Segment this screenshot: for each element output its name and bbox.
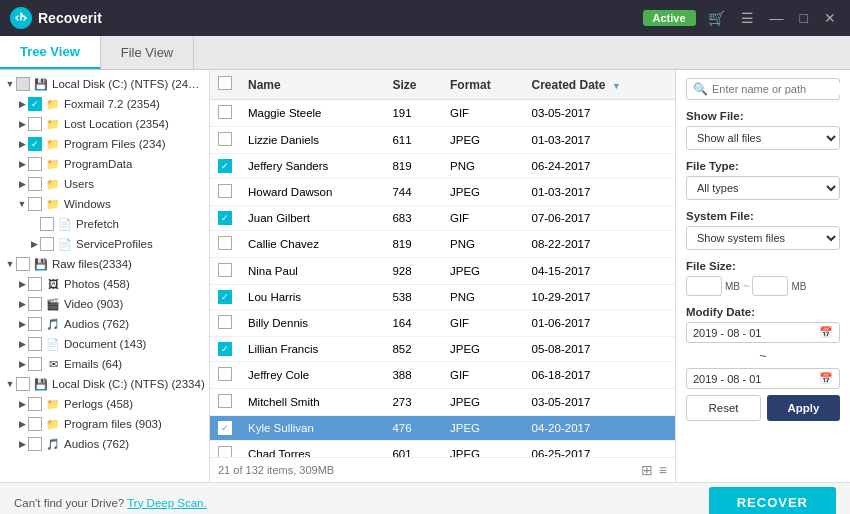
tree-check-local-c2[interactable] <box>16 377 30 391</box>
tree-arrow-emails[interactable]: ▶ <box>16 359 28 369</box>
tree-item-programfiles2[interactable]: ▶📁Program files (903) <box>0 414 209 434</box>
file-check-0[interactable] <box>218 105 232 119</box>
file-check-4[interactable]: ✓ <box>218 211 232 225</box>
tree-arrow-perlogs[interactable]: ▶ <box>16 399 28 409</box>
file-check-3[interactable] <box>218 184 232 198</box>
tree-arrow-foxmail[interactable]: ▶ <box>16 99 28 109</box>
tree-arrow-video[interactable]: ▶ <box>16 299 28 309</box>
file-check-10[interactable] <box>218 367 232 381</box>
recover-button[interactable]: RECOVER <box>709 487 836 514</box>
close-button[interactable]: ✕ <box>820 10 840 26</box>
tree-check-lostloc[interactable] <box>28 117 42 131</box>
header-format[interactable]: Format <box>442 70 524 100</box>
tab-file-view[interactable]: File View <box>101 36 195 69</box>
header-created[interactable]: Created Date ▼ <box>524 70 676 100</box>
tree-item-lostloc[interactable]: ▶📁Lost Location (2354) <box>0 114 209 134</box>
maximize-button[interactable]: □ <box>796 10 812 26</box>
tree-item-foxmail[interactable]: ▶✓📁Foxmail 7.2 (2354) <box>0 94 209 114</box>
tree-arrow-programfiles[interactable]: ▶ <box>16 139 28 149</box>
menu-icon[interactable]: ☰ <box>737 10 758 26</box>
tree-check-programdata[interactable] <box>28 157 42 171</box>
file-check-12[interactable]: ✓ <box>218 421 232 435</box>
header-size[interactable]: Size <box>384 70 442 100</box>
file-check-11[interactable] <box>218 394 232 408</box>
tree-item-audios2[interactable]: ▶🎵Audios (762) <box>0 434 209 454</box>
select-all-check[interactable] <box>218 76 232 90</box>
table-row[interactable]: Mitchell Smith273JPEG03-05-2017 <box>210 389 675 416</box>
tree-item-local-c[interactable]: ▼💾Local Disk (C:) (NTFS) (24567) <box>0 74 209 94</box>
file-check-9[interactable]: ✓ <box>218 342 232 356</box>
tree-arrow-local-c2[interactable]: ▼ <box>4 379 16 389</box>
table-row[interactable]: ✓Juan Gilbert683GIF07-06-2017 <box>210 206 675 231</box>
date-to-picker[interactable]: 2019 - 08 - 01 📅 <box>686 368 840 389</box>
header-name[interactable]: Name <box>240 70 384 100</box>
tree-item-document[interactable]: ▶📄Document (143) <box>0 334 209 354</box>
tree-check-audios2[interactable] <box>28 437 42 451</box>
tree-check-prefetch[interactable] <box>40 217 54 231</box>
tree-item-programdata[interactable]: ▶📁ProgramData <box>0 154 209 174</box>
tree-check-programfiles2[interactable] <box>28 417 42 431</box>
tree-arrow-windows[interactable]: ▼ <box>16 199 28 209</box>
tree-arrow-audios[interactable]: ▶ <box>16 319 28 329</box>
tree-check-programfiles[interactable]: ✓ <box>28 137 42 151</box>
tree-item-raw[interactable]: ▼💾Raw files(2334) <box>0 254 209 274</box>
tree-arrow-serviceprofiles[interactable]: ▶ <box>28 239 40 249</box>
table-row[interactable]: ✓Jeffery Sanders819PNG06-24-2017 <box>210 154 675 179</box>
file-check-8[interactable] <box>218 315 232 329</box>
tree-check-local-c[interactable] <box>16 77 30 91</box>
header-check[interactable] <box>210 70 240 100</box>
table-row[interactable]: Lizzie Daniels611JPEG01-03-2017 <box>210 127 675 154</box>
table-row[interactable]: Chad Torres601JPEG06-25-2017 <box>210 441 675 458</box>
tree-item-prefetch[interactable]: 📄Prefetch <box>0 214 209 234</box>
table-row[interactable]: Maggie Steele191GIF03-05-2017 <box>210 100 675 127</box>
tree-arrow-programdata[interactable]: ▶ <box>16 159 28 169</box>
tree-arrow-local-c[interactable]: ▼ <box>4 79 16 89</box>
minimize-button[interactable]: — <box>766 10 788 26</box>
calendar-from-icon[interactable]: 📅 <box>819 326 833 339</box>
tab-tree-view[interactable]: Tree View <box>0 36 101 69</box>
date-from-picker[interactable]: 2019 - 08 - 01 📅 <box>686 322 840 343</box>
tree-check-emails[interactable] <box>28 357 42 371</box>
table-row[interactable]: ✓Lillian Francis852JPEG05-08-2017 <box>210 337 675 362</box>
tree-arrow-raw[interactable]: ▼ <box>4 259 16 269</box>
tree-item-photos[interactable]: ▶🖼Photos (458) <box>0 274 209 294</box>
tree-item-audios[interactable]: ▶🎵Audios (762) <box>0 314 209 334</box>
file-check-13[interactable] <box>218 446 232 457</box>
tree-arrow-programfiles2[interactable]: ▶ <box>16 419 28 429</box>
tree-check-users[interactable] <box>28 177 42 191</box>
grid-view-icon[interactable]: ⊞ <box>641 462 653 478</box>
table-row[interactable]: ✓Kyle Sullivan476JPEG04-20-2017 <box>210 416 675 441</box>
table-row[interactable]: Billy Dennis164GIF01-06-2017 <box>210 310 675 337</box>
tree-item-emails[interactable]: ▶✉Emails (64) <box>0 354 209 374</box>
tree-check-serviceprofiles[interactable] <box>40 237 54 251</box>
apply-button[interactable]: Apply <box>767 395 840 421</box>
deep-scan-link[interactable]: Try Deep Scan. <box>127 497 206 509</box>
table-row[interactable]: Howard Dawson744JPEG01-03-2017 <box>210 179 675 206</box>
tree-item-users[interactable]: ▶📁Users <box>0 174 209 194</box>
tree-item-serviceprofiles[interactable]: ▶📄ServiceProfiles <box>0 234 209 254</box>
file-check-7[interactable]: ✓ <box>218 290 232 304</box>
table-row[interactable]: Nina Paul928JPEG04-15-2017 <box>210 258 675 285</box>
system-file-dropdown[interactable]: Show system files <box>686 226 840 250</box>
list-view-icon[interactable]: ≡ <box>659 462 667 478</box>
tree-check-audios[interactable] <box>28 317 42 331</box>
tree-item-windows[interactable]: ▼📁Windows <box>0 194 209 214</box>
tree-check-photos[interactable] <box>28 277 42 291</box>
tree-check-windows[interactable] <box>28 197 42 211</box>
show-file-dropdown[interactable]: Show all files <box>686 126 840 150</box>
tree-item-video[interactable]: ▶🎬Video (903) <box>0 294 209 314</box>
file-check-1[interactable] <box>218 132 232 146</box>
file-type-dropdown[interactable]: All types <box>686 176 840 200</box>
cart-icon[interactable]: 🛒 <box>704 10 729 26</box>
tree-item-local-c2[interactable]: ▼💾Local Disk (C:) (NTFS) (2334) <box>0 374 209 394</box>
size-min-input[interactable]: 5 <box>686 276 722 296</box>
tree-item-programfiles[interactable]: ▶✓📁Program Files (234) <box>0 134 209 154</box>
table-row[interactable]: ✓Lou Harris538PNG10-29-2017 <box>210 285 675 310</box>
tree-arrow-users[interactable]: ▶ <box>16 179 28 189</box>
tree-arrow-document[interactable]: ▶ <box>16 339 28 349</box>
table-row[interactable]: Jeffrey Cole388GIF06-18-2017 <box>210 362 675 389</box>
search-box[interactable]: 🔍 ⊟ <box>686 78 840 100</box>
table-row[interactable]: Callie Chavez819PNG08-22-2017 <box>210 231 675 258</box>
tree-check-document[interactable] <box>28 337 42 351</box>
reset-button[interactable]: Reset <box>686 395 761 421</box>
